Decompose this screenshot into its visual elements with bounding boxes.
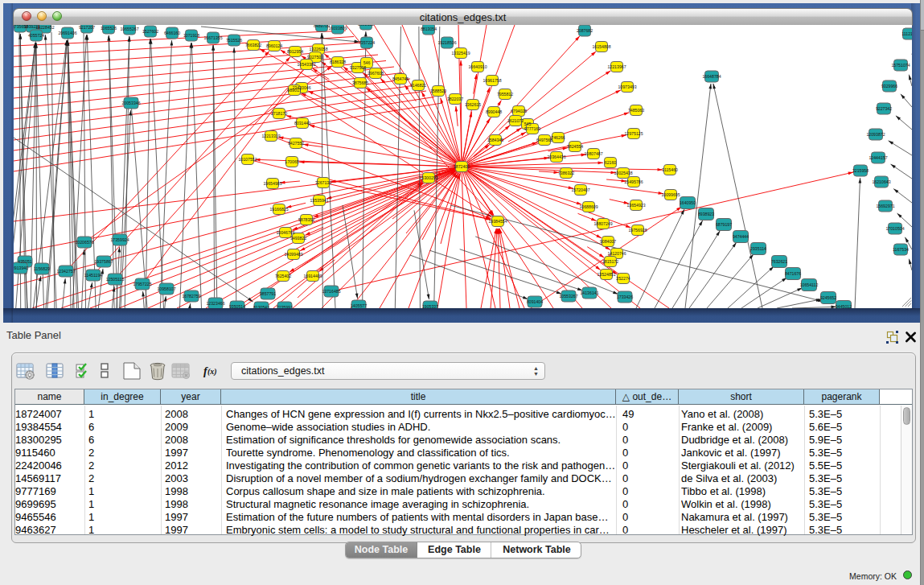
svg-text:14136141: 14136141: [580, 290, 598, 295]
svg-text:7632621: 7632621: [771, 259, 787, 264]
svg-text:9474444: 9474444: [733, 234, 749, 239]
svg-text:19166825: 19166825: [269, 207, 288, 212]
svg-text:17010504: 17010504: [885, 226, 904, 231]
svg-text:2935114: 2935114: [750, 246, 766, 251]
svg-text:6794028: 6794028: [511, 109, 527, 113]
svg-text:2087682: 2087682: [577, 28, 593, 33]
svg-text:7515526: 7515526: [226, 38, 242, 43]
svg-text:3875685: 3875685: [352, 80, 368, 85]
svg-text:12323466: 12323466: [206, 301, 224, 306]
svg-text:7386322: 7386322: [558, 171, 574, 175]
svg-text:13654923: 13654923: [626, 203, 645, 208]
svg-text:7625402: 7625402: [275, 274, 291, 278]
svg-text:11451194: 11451194: [84, 273, 102, 278]
svg-text:16648784: 16648784: [702, 74, 721, 79]
svg-text:8813054: 8813054: [421, 27, 437, 31]
svg-text:20691406: 20691406: [58, 31, 76, 35]
svg-text:8471676: 8471676: [785, 271, 801, 276]
svg-text:1640950: 1640950: [680, 200, 696, 205]
svg-text:17957225: 17957225: [133, 282, 151, 286]
svg-text:6497568: 6497568: [536, 138, 552, 142]
svg-text:15720407: 15720407: [571, 187, 589, 192]
svg-text:10688609: 10688609: [579, 204, 598, 209]
svg-text:8489709: 8489709: [314, 25, 330, 28]
svg-text:16961758: 16961758: [483, 78, 501, 83]
svg-text:10973493: 10973493: [618, 84, 636, 89]
svg-text:7955812: 7955812: [497, 92, 513, 97]
svg-text:8186328: 8186328: [330, 60, 346, 64]
svg-text:14099489: 14099489: [284, 252, 302, 257]
svg-text:16210643: 16210643: [872, 179, 890, 184]
svg-text:12213967: 12213967: [607, 64, 626, 69]
svg-text:16033809: 16033809: [328, 26, 347, 31]
svg-text:19218506: 19218506: [437, 40, 456, 45]
svg-text:20364436: 20364436: [547, 154, 565, 159]
svg-text:16640910: 16640910: [468, 64, 487, 69]
svg-text:10046766: 10046766: [276, 230, 294, 235]
svg-text:13716485: 13716485: [322, 289, 340, 294]
svg-text:1905337: 1905337: [422, 304, 438, 308]
svg-text:8960124: 8960124: [266, 43, 282, 48]
svg-text:9329966: 9329966: [881, 84, 897, 89]
svg-text:8091404: 8091404: [527, 299, 543, 304]
svg-text:1621072: 1621072: [507, 118, 524, 123]
svg-text:10655267: 10655267: [120, 27, 138, 31]
svg-text:170065: 170065: [285, 159, 298, 164]
svg-text:7485063: 7485063: [628, 108, 644, 113]
svg-text:9857791: 9857791: [260, 291, 276, 296]
svg-text:(x): (x): [207, 367, 217, 377]
svg-text:252274: 252274: [616, 276, 630, 281]
svg-text:9327503: 9327503: [307, 55, 323, 60]
svg-text:19654985: 19654985: [263, 181, 281, 186]
svg-text:16914409: 16914409: [303, 274, 322, 278]
svg-text:9217207: 9217207: [79, 25, 95, 30]
svg-text:1584345: 1584345: [487, 138, 503, 142]
svg-text:16782759: 16782759: [182, 294, 200, 299]
svg-text:1071918: 1071918: [183, 33, 199, 38]
svg-text:6879197: 6879197: [716, 222, 732, 227]
svg-text:1527602: 1527602: [142, 29, 158, 34]
svg-text:10025438: 10025438: [614, 171, 632, 175]
svg-text:8938923: 8938923: [698, 212, 714, 216]
svg-text:16154808: 16154808: [592, 44, 610, 49]
svg-text:8912954: 8912954: [287, 49, 303, 54]
svg-text:9084007: 9084007: [600, 239, 616, 244]
svg-text:546: 546: [363, 60, 371, 65]
svg-text:9350514: 9350514: [229, 304, 245, 308]
svg-text:12505115: 12505115: [106, 277, 125, 282]
svg-text:13226058: 13226058: [309, 47, 327, 51]
svg-text:3267130: 3267130: [315, 180, 331, 185]
svg-text:16543382: 16543382: [297, 62, 315, 67]
svg-text:9327508: 9327508: [350, 65, 366, 70]
svg-text:12444157: 12444157: [869, 155, 887, 160]
svg-text:9115460: 9115460: [662, 167, 678, 172]
svg-text:435051: 435051: [18, 259, 31, 264]
svg-text:8031440: 8031440: [294, 121, 310, 126]
svg-text:14120746: 14120746: [607, 251, 626, 256]
svg-text:10228452: 10228452: [35, 25, 54, 30]
svg-text:10099695: 10099695: [661, 192, 680, 197]
svg-text:12342757: 12342757: [56, 269, 75, 274]
svg-text:6466160: 6466160: [164, 31, 180, 35]
svg-text:7357224: 7357224: [359, 40, 375, 45]
svg-text:3822037: 3822037: [447, 97, 463, 101]
svg-text:12213319: 12213319: [261, 134, 280, 138]
svg-text:12975125: 12975125: [624, 131, 643, 136]
svg-text:3493822: 3493822: [290, 236, 306, 241]
svg-text:15751074: 15751074: [891, 63, 910, 68]
svg-text:4055724: 4055724: [28, 33, 44, 38]
svg-text:1815172: 1815172: [602, 259, 618, 264]
svg-text:9445012: 9445012: [836, 304, 852, 308]
svg-text:1872400: 1872400: [454, 164, 470, 169]
svg-text:19384554: 19384554: [488, 219, 507, 224]
svg-text:9146821: 9146821: [410, 83, 426, 88]
svg-text:1167534: 1167534: [893, 247, 909, 252]
svg-text:1588520: 1588520: [430, 89, 446, 93]
svg-text:746266: 746266: [551, 135, 565, 140]
svg-text:13535941: 13535941: [310, 198, 328, 203]
svg-text:2967608: 2967608: [368, 71, 384, 76]
svg-text:8454749: 8454749: [392, 76, 409, 81]
svg-text:18807249: 18807249: [593, 221, 612, 226]
svg-text:10654112: 10654112: [800, 282, 819, 287]
svg-text:8990448: 8990448: [486, 109, 502, 114]
